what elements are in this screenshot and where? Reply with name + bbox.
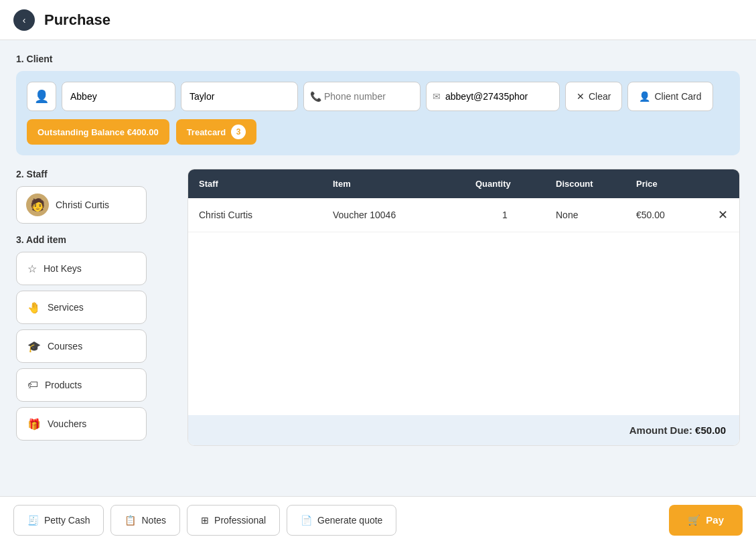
staff-column: 2. Staff 🧑 Christi Curtis 3. Add item ☆ … [16,169,177,446]
clear-label: Clear [589,91,611,102]
petty-cash-label: Petty Cash [44,515,90,526]
professional-icon: ⊞ [201,515,209,526]
gift-icon: 🎁 [27,418,41,431]
treatcard-button[interactable]: Treatcard 3 [176,119,257,145]
items-table: Staff Item Quantity Discount Price Chris… [187,169,740,446]
amount-due-label: Amount Due: [629,424,695,436]
petty-cash-icon: 🧾 [27,515,39,526]
vouchers-label: Vouchers [48,418,86,429]
back-icon: ‹ [23,15,26,25]
email-icon: ✉ [433,91,441,102]
professional-label: Professional [214,515,266,526]
staff-items-row: 2. Staff 🧑 Christi Curtis 3. Add item ☆ … [16,169,740,446]
avatar-emoji: 🧑 [30,198,45,212]
email-input-wrapper: ✉ [426,82,560,111]
star-icon: ☆ [27,262,37,275]
services-button[interactable]: 🤚 Services [16,291,147,324]
client-inputs: 👤 📞 ✉ ✕ Clear 👤 Client Card [27,82,729,111]
notes-icon: 📋 [125,515,136,526]
client-badges: Outstanding Balance €400.00 Treatcard 3 [27,119,729,145]
client-icon-button[interactable]: 👤 [27,82,56,111]
col-discount: Discount [545,169,625,198]
hot-keys-button[interactable]: ☆ Hot Keys [16,252,147,285]
col-price: Price [625,169,706,198]
back-button[interactable]: ‹ [13,9,35,31]
client-section: 👤 📞 ✉ ✕ Clear 👤 Client Card Outstandin [16,71,740,155]
last-name-input[interactable] [181,82,298,111]
hand-icon: 🤚 [27,301,41,314]
courses-label: Courses [48,341,82,352]
notes-label: Notes [141,515,166,526]
staff-name: Christi Curtis [56,200,109,210]
amount-due-value: €50.00 [695,424,726,436]
graduation-icon: 🎓 [27,340,41,353]
clear-button[interactable]: ✕ Clear [565,82,622,111]
client-section-label: 1. Client [16,54,740,64]
row-quantity: 1 [465,200,545,230]
tag-icon: 🏷 [27,379,38,391]
table-spacer [188,232,739,415]
vouchers-button[interactable]: 🎁 Vouchers [16,407,147,441]
generate-quote-label: Generate quote [317,515,382,526]
header: ‹ Purchase [0,0,756,40]
row-price: €50.00 [625,200,706,230]
row-discount: None [545,200,625,230]
treatcard-count: 3 [231,125,246,139]
cart-icon: 🛒 [688,514,700,526]
add-item-label: 3. Add item [16,234,177,245]
col-staff: Staff [188,169,322,198]
first-name-input[interactable] [62,82,175,111]
amount-due: Amount Due: €50.00 [188,415,739,445]
table-row: Christi Curtis Voucher 10046 1 None €50.… [188,198,739,232]
quote-icon: 📄 [301,515,312,526]
email-input[interactable] [426,82,560,111]
notes-button[interactable]: 📋 Notes [110,505,180,536]
phone-input-wrapper: 📞 [303,82,421,111]
products-label: Products [45,380,82,390]
products-button[interactable]: 🏷 Products [16,368,147,402]
pay-button[interactable]: 🛒 Pay [669,505,743,536]
table-header: Staff Item Quantity Discount Price [188,169,739,198]
client-card-label: Client Card [654,91,701,102]
col-actions [706,169,739,198]
phone-icon: 📞 [310,91,321,102]
bottom-bar: 🧾 Petty Cash 📋 Notes ⊞ Professional 📄 Ge… [0,496,756,543]
pay-label: Pay [706,514,724,526]
row-item: Voucher 10046 [322,200,465,230]
courses-button[interactable]: 🎓 Courses [16,329,147,363]
x-icon: ✕ [577,91,585,102]
add-item-section: 3. Add item ☆ Hot Keys 🤚 Services 🎓 Cour… [16,234,177,441]
col-quantity: Quantity [465,169,545,198]
treatcard-label: Treatcard [187,127,226,137]
card-icon: 👤 [639,91,650,102]
avatar: 🧑 [26,193,49,216]
page-title: Purchase [44,11,110,29]
services-label: Services [48,302,84,313]
outstanding-balance-button[interactable]: Outstanding Balance €400.00 [27,119,169,145]
staff-select-button[interactable]: 🧑 Christi Curtis [16,186,147,224]
col-item: Item [322,169,465,198]
petty-cash-button[interactable]: 🧾 Petty Cash [13,505,104,536]
client-card-button[interactable]: 👤 Client Card [627,82,712,111]
hot-keys-label: Hot Keys [44,263,82,274]
row-staff: Christi Curtis [188,200,322,230]
staff-section-label: 2. Staff [16,169,177,179]
professional-button[interactable]: ⊞ Professional [187,505,280,536]
delete-row-button[interactable]: ✕ [706,198,739,232]
main-content: 1. Client 👤 📞 ✉ ✕ Clear 👤 Client Card [0,40,756,496]
person-icon: 👤 [34,89,49,104]
generate-quote-button[interactable]: 📄 Generate quote [287,505,396,536]
